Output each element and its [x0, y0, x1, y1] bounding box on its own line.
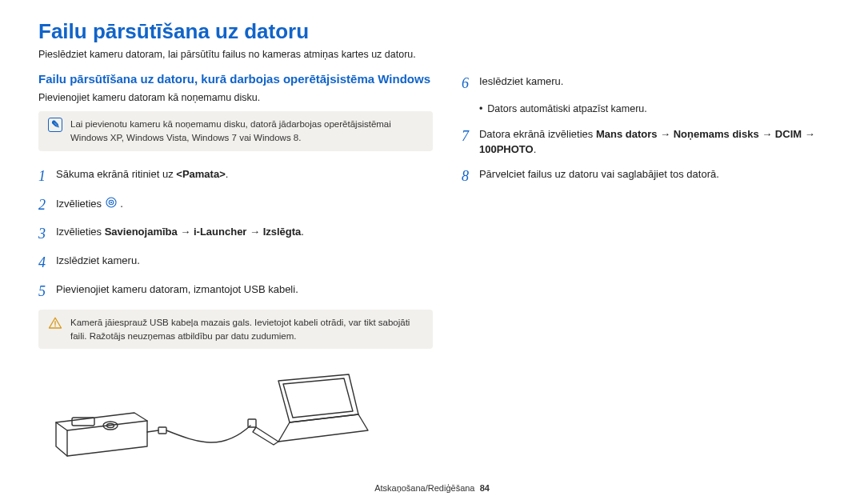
footer-page: 84	[480, 483, 490, 493]
step-text: Pārvelciet failus uz datoru vai saglabāj…	[479, 166, 719, 182]
target-icon	[105, 196, 118, 214]
step-text: Ieslēdziet kameru.	[479, 73, 564, 90]
step-2: 2 Izvēlieties .	[38, 194, 433, 215]
svg-point-2	[110, 202, 112, 203]
warning-note-text: Kamerā jāiesprauž USB kabeļa mazais gals…	[70, 316, 423, 342]
step-text: Izvēlieties Savienojamība → i-Launcher →…	[56, 223, 304, 240]
steps-right-2: 7 Datora ekrānā izvēlieties Mans dators …	[462, 126, 826, 186]
section-title: Failu pārsūtīšana uz datoru, kurā darboj…	[38, 71, 433, 87]
step-1: 1 Sākuma ekrānā ritiniet uz <Pamata>.	[38, 166, 433, 186]
intro-text: Pieslēdziet kameru datoram, lai pārsūtīt…	[38, 49, 826, 60]
footer-section: Atskaņošana/Rediģēšana	[374, 483, 474, 493]
step-6: 6 Ieslēdziet kameru.	[462, 73, 826, 94]
bullet-item: Dators automātiski atpazīst kameru.	[479, 102, 826, 116]
step-6-bullets: Dators automātiski atpazīst kameru.	[479, 102, 826, 116]
info-note: ✎ Lai pievienotu kameru kā noņemamu disk…	[38, 111, 433, 150]
step-text: Izslēdziet kameru.	[56, 252, 140, 269]
step-text: Pievienojiet kameru datoram, izmantojot …	[56, 281, 298, 298]
page-title: Failu pārsūtīšana uz datoru	[38, 19, 826, 44]
svg-rect-8	[158, 427, 166, 434]
info-note-text: Lai pievienotu kameru kā noņemamu disku,…	[70, 118, 423, 144]
step-num: 8	[462, 166, 479, 186]
page-footer: Atskaņošana/Rediģēšana 84	[0, 483, 864, 493]
step-num: 3	[38, 223, 56, 244]
step-text: Sākuma ekrānā ritiniet uz <Pamata>.	[56, 166, 228, 182]
step-7: 7 Datora ekrānā izvēlieties Mans dators …	[462, 126, 826, 158]
step-text: Datora ekrānā izvēlieties Mans dators → …	[479, 126, 826, 158]
note-icon: ✎	[48, 118, 62, 132]
warning-note: Kamerā jāiesprauž USB kabeļa mazais gals…	[38, 310, 433, 349]
step-5: 5 Pievienojiet kameru datoram, izmantojo…	[38, 281, 433, 302]
step-8: 8 Pārvelciet failus uz datoru vai saglab…	[462, 166, 826, 186]
step-num: 1	[38, 166, 56, 186]
warning-icon	[48, 316, 62, 330]
step-num: 6	[462, 73, 479, 94]
svg-point-4	[54, 326, 56, 327]
step-num: 2	[38, 194, 56, 215]
section-sub: Pievienojiet kameru datoram kā noņemamu …	[38, 92, 433, 103]
step-3: 3 Izvēlieties Savienojamība → i-Launcher…	[38, 223, 433, 244]
step-num: 4	[38, 252, 56, 273]
step-num: 5	[38, 281, 56, 302]
camera-laptop-illustration	[38, 363, 433, 462]
steps-left: 1 Sākuma ekrānā ritiniet uz <Pamata>. 2 …	[38, 166, 433, 302]
step-num: 7	[462, 126, 479, 146]
step-text: Izvēlieties .	[56, 194, 123, 214]
step-4: 4 Izslēdziet kameru.	[38, 252, 433, 273]
steps-right: 6 Ieslēdziet kameru.	[462, 73, 826, 94]
